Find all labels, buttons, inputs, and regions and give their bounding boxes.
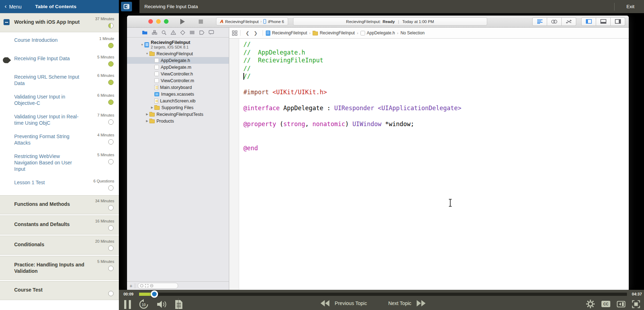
code-token: ( xyxy=(276,120,283,128)
toc-item-restricting-webview-navigation[interactable]: Restricting WebView Navigation Based on … xyxy=(0,150,119,176)
report-navigator-icon[interactable] xyxy=(209,30,214,35)
tree-row-viewcontroller-m[interactable]: ViewController.m xyxy=(127,77,229,84)
toc-panel-title: Table of Contents xyxy=(35,4,76,9)
tree-row-main-storyboard[interactable]: Main.storyboard xyxy=(127,84,229,91)
toc-item-receiving-file-input-data[interactable]: Receiving File Input Data5 Minutes xyxy=(0,52,119,70)
tree-row-recievingfileinput[interactable]: ▼RecievingFileInput2 targets, iOS SDK 8.… xyxy=(127,39,229,50)
source-editor: ❮ ❯ RecievingFileInput›RecievingFileInpu… xyxy=(229,28,629,290)
code-editor-area[interactable]: //// AppDelegate.h// RecievingFileInput/… xyxy=(229,39,629,290)
version-editor-button[interactable] xyxy=(562,17,576,26)
volume-button[interactable] xyxy=(156,300,167,309)
code-token: , xyxy=(305,120,312,128)
closed-captions-button[interactable]: CC xyxy=(601,301,610,307)
pause-button[interactable] xyxy=(124,300,131,309)
minimize-window-icon[interactable] xyxy=(156,19,161,24)
controls-divider xyxy=(178,298,178,309)
previous-topic-icon[interactable] xyxy=(320,300,330,306)
rewind-10-button[interactable]: 10 xyxy=(138,299,149,310)
code-token: UIResponder xyxy=(334,105,374,112)
fullscreen-button[interactable] xyxy=(632,300,640,308)
next-topic-button[interactable]: Next Topic xyxy=(388,300,411,306)
scm-status-filter-icon[interactable] xyxy=(150,284,153,287)
collapse-panel-icon xyxy=(123,4,130,9)
disclosure-open-icon[interactable]: ▼ xyxy=(140,43,144,46)
seek-bar[interactable] xyxy=(139,293,627,296)
disclosure-open-icon[interactable]: ▼ xyxy=(145,52,149,55)
toc-item-course-test[interactable]: Course Test xyxy=(0,281,119,300)
recent-files-filter-icon[interactable] xyxy=(140,284,143,287)
toc-item-label: Working with iOS App Input xyxy=(14,19,89,25)
navigator-panel: ▼RecievingFileInput2 targets, iOS SDK 8.… xyxy=(127,28,229,290)
test-navigator-icon[interactable] xyxy=(180,30,185,35)
zoom-window-icon[interactable] xyxy=(164,19,169,24)
navigator-toggle-button[interactable] xyxy=(581,17,596,26)
go-forward-button[interactable]: ❯ xyxy=(252,30,260,36)
toc-item-label: Preventing Format String Attacks xyxy=(14,133,81,146)
toc-item-functions-and-methods[interactable]: Functions and Methods34 Minutes xyxy=(0,195,119,214)
toc-item-course-introduction[interactable]: Course Introduction1 Minute xyxy=(0,33,119,52)
related-items-icon[interactable] xyxy=(232,30,237,36)
issue-navigator-icon[interactable] xyxy=(171,30,176,35)
code-line: #import <UIKit/UIKit.h> xyxy=(243,88,629,96)
run-button[interactable] xyxy=(178,18,187,25)
add-file-button[interactable]: + xyxy=(130,283,132,288)
tree-row-launchscreen-xib[interactable]: LaunchScreen.xib xyxy=(127,97,229,104)
tree-row-images-xcassets[interactable]: Images.xcassets xyxy=(127,91,229,97)
settings-button[interactable] xyxy=(586,299,595,309)
stop-button[interactable] xyxy=(196,18,205,25)
debug-navigator-icon[interactable] xyxy=(189,30,195,35)
tree-row-appdelegate-h[interactable]: AppDelegate.h xyxy=(127,57,229,64)
toc-item-practice-handling-inputs-and-v[interactable]: Practice: Handling Inputs and Validation… xyxy=(0,256,119,280)
tree-row-appdelegate-m[interactable]: AppDelegate.m xyxy=(127,64,229,71)
utilities-toggle-button[interactable] xyxy=(611,17,625,26)
seek-handle[interactable] xyxy=(150,291,158,298)
disclosure-closed-icon[interactable]: ▶ xyxy=(145,113,149,116)
breakpoint-navigator-icon[interactable] xyxy=(199,30,204,35)
disclosure-closed-icon[interactable]: ▶ xyxy=(150,106,154,109)
toc-item-working-with-ios-app-input[interactable]: Working with iOS App Input37 Minutes xyxy=(0,13,119,32)
code-token: @end xyxy=(243,145,258,152)
exit-button[interactable]: Exit xyxy=(626,4,634,9)
filter-field[interactable] xyxy=(138,283,178,289)
sidebar-collapse-button[interactable] xyxy=(121,2,132,11)
debug-area-toggle-button[interactable] xyxy=(596,17,611,26)
toc-item-duration: 16 Minutes xyxy=(95,219,114,223)
find-navigator-icon[interactable] xyxy=(161,30,166,35)
code-token: // xyxy=(243,65,251,72)
unsaved-files-filter-icon[interactable] xyxy=(145,284,148,287)
toc-item-constants-and-defaults[interactable]: Constants and Defaults16 Minutes xyxy=(0,215,119,235)
code-line: // RecievingFileInput xyxy=(243,56,629,64)
toc-item-preventing-format-string-attac[interactable]: Preventing Format String Attacks4 Minute… xyxy=(0,130,119,150)
project-navigator-icon[interactable] xyxy=(142,30,148,35)
toc-item-label: Course Test xyxy=(14,287,89,293)
code-line xyxy=(243,80,629,89)
breadcrumb-item[interactable]: No Selection xyxy=(401,30,425,35)
disclosure-closed-icon[interactable]: ▶ xyxy=(145,119,149,123)
sidebar-toggle-button[interactable] xyxy=(617,301,626,308)
collapse-section-icon[interactable] xyxy=(4,19,10,25)
previous-topic-button[interactable]: Previous Topic xyxy=(335,300,367,306)
toc-item-lesson-1-test[interactable]: Lesson 1 Test6 Questions xyxy=(0,176,119,194)
tree-row-products[interactable]: ▶Products xyxy=(127,118,229,124)
tree-row-recievingfileinput[interactable]: ▼RecievingFileInput xyxy=(127,50,229,57)
toc-item-receiving-url-scheme-input-dat[interactable]: Receiving URL Scheme Input Data6 Minutes xyxy=(0,70,119,90)
toc-item-validating-user-input-in-real-[interactable]: Validating User Input in Real-time Using… xyxy=(0,110,119,130)
toc-item-conditionals[interactable]: Conditionals20 Minutes xyxy=(0,236,119,255)
scheme-selector[interactable]: A RecievingFileInput › iPhone 6 xyxy=(216,17,288,26)
symbol-navigator-icon[interactable] xyxy=(152,30,157,35)
toc-item-validating-user-input-in-objec[interactable]: Validating User Input in Objective-C6 Mi… xyxy=(0,90,119,110)
close-window-icon[interactable] xyxy=(148,19,153,24)
go-back-button[interactable]: ❮ xyxy=(243,30,252,36)
standard-editor-button[interactable] xyxy=(532,17,547,26)
code-line: @interface AppDelegate : UIResponder <UI… xyxy=(243,104,629,112)
transcript-button[interactable] xyxy=(175,300,183,309)
tree-row-recievingfileinputtests[interactable]: ▶RecievingFileInputTests xyxy=(127,111,229,118)
tree-row-supporting-files[interactable]: ▶Supporting Files xyxy=(127,104,229,111)
next-topic-icon[interactable] xyxy=(416,300,425,306)
assistant-editor-button[interactable] xyxy=(547,17,562,26)
menu-button[interactable]: ‹ Menu xyxy=(0,4,22,10)
tree-row-viewcontroller-h[interactable]: ViewController.h xyxy=(127,71,229,77)
breadcrumb-item[interactable]: AppDelegate.h xyxy=(360,30,395,35)
breadcrumb-item[interactable]: RecievingFileInput xyxy=(313,30,355,35)
breadcrumb-item[interactable]: RecievingFileInput xyxy=(266,30,307,36)
